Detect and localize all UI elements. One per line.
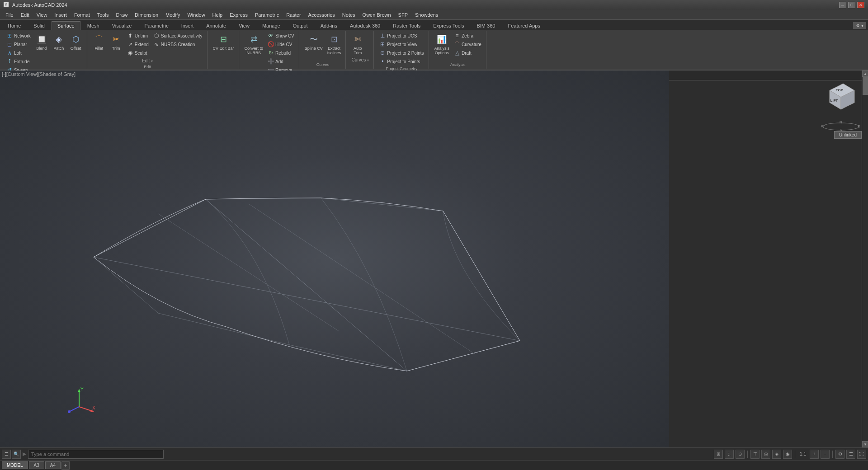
sculpt-button[interactable]: ◉ Sculpt [125, 49, 151, 57]
extrude-button[interactable]: ⤴ Extrude [5, 57, 33, 66]
scroll-down-button[interactable]: ▼ [862, 441, 868, 447]
command-search-button[interactable]: 🔍 [12, 450, 21, 459]
menu-window[interactable]: Window [184, 11, 208, 19]
layout-a3-tab[interactable]: A3 [29, 461, 44, 469]
menu-modify[interactable]: Modify [162, 11, 184, 19]
network-button[interactable]: ⊞ Network [5, 32, 33, 40]
layout-add-button[interactable]: + [61, 461, 70, 470]
unlinked-button[interactable]: Unlinked [834, 131, 862, 139]
auto-trim-button[interactable]: ✄ AutoTrim [349, 32, 366, 57]
right-scrollbar[interactable]: ▲ ▼ [862, 70, 868, 447]
patch-button[interactable]: ◈ Patch [51, 32, 67, 52]
menu-view[interactable]: View [33, 11, 51, 19]
minimize-button[interactable]: ─ [839, 2, 846, 8]
command-list-button[interactable]: ☰ [2, 450, 11, 459]
project-view-button[interactable]: ⊞ Project to View [377, 40, 425, 48]
menu-raster[interactable]: Raster [283, 11, 304, 19]
fillet-button[interactable]: ⌒ Fillet [91, 32, 107, 52]
tab-parametric[interactable]: Parametric [138, 21, 174, 30]
fullscreen-btn[interactable]: ⛶ [857, 450, 866, 459]
analysis-options-button[interactable]: 📊 AnalysisOptions [433, 32, 452, 57]
model-tab[interactable]: MODEL [2, 461, 28, 469]
project-points-button[interactable]: • Project to Points [377, 57, 425, 66]
tab-annotate[interactable]: Annotate [200, 21, 232, 30]
scroll-thumb[interactable] [863, 77, 868, 95]
project-2points-button[interactable]: ⊙ Project to 2 Points [377, 49, 425, 57]
zebra-button[interactable]: ≡ Zebra [452, 32, 483, 40]
convert-nurbs-button[interactable]: ⇄ Convert toNURBS [243, 32, 265, 57]
model-space-btn[interactable]: ⊞ [714, 450, 723, 459]
zoom-in-btn[interactable]: + [810, 450, 819, 459]
polar-btn[interactable]: ◎ [761, 450, 770, 459]
grid-btn[interactable]: :: [725, 450, 734, 459]
maximize-button[interactable]: □ [848, 2, 855, 8]
tab-featuredapps[interactable]: Featured Apps [502, 21, 546, 30]
ortho-btn[interactable]: ⊤ [750, 450, 760, 459]
cube-3d[interactable]: TOP LIFT [821, 77, 861, 118]
menu-file[interactable]: File [2, 11, 17, 19]
3d-osnap-btn[interactable]: ◉ [783, 450, 792, 459]
layout-a4-tab[interactable]: A4 [45, 461, 61, 469]
scroll-up-button[interactable]: ▲ [862, 70, 868, 77]
curves-dropdown[interactable]: Curves ▾ [350, 57, 371, 63]
tab-bim360[interactable]: BIM 360 [471, 21, 501, 30]
tab-mesh[interactable]: Mesh [81, 21, 105, 30]
settings-btn[interactable]: ⚙ [835, 450, 844, 459]
menu-dimension[interactable]: Dimension [131, 11, 162, 19]
viewport[interactable]: Y X [0, 70, 669, 447]
draft-button[interactable]: △ Draft [452, 49, 483, 57]
untrim-button[interactable]: ⬆ Untrim [125, 32, 151, 40]
view-cube[interactable]: TOP LIFT N W E S [818, 77, 863, 140]
tab-manage[interactable]: Manage [256, 21, 286, 30]
nurbs-creation-button[interactable]: ∿ NURBS Creation [151, 40, 204, 48]
surface-associativity-button[interactable]: ⬡ Surface Associativity [151, 32, 204, 40]
menu-express[interactable]: Express [226, 11, 251, 19]
menu-accessories[interactable]: Accessories [305, 11, 339, 19]
menu-tools[interactable]: Tools [94, 11, 113, 19]
rebuild-button[interactable]: ↻ Rebuild [266, 49, 296, 57]
show-cv-button[interactable]: 👁 Show CV [266, 32, 296, 40]
extend-button[interactable]: ↗ Extend [125, 40, 151, 48]
project-ucs-button[interactable]: ⊥ Project to UCS [377, 32, 425, 40]
tab-home[interactable]: Home [2, 21, 27, 30]
tab-visualize[interactable]: Visualize [106, 21, 138, 30]
cv-edit-bar-button[interactable]: ⊟ CV Edit Bar [211, 32, 236, 52]
add-button[interactable]: ➕ Add [266, 57, 296, 66]
tab-view[interactable]: View [233, 21, 255, 30]
menu-parametric[interactable]: Parametric [251, 11, 283, 19]
menu-draw[interactable]: Draw [112, 11, 131, 19]
scale-display[interactable]: 1:1 [798, 451, 808, 456]
scroll-track[interactable] [862, 77, 868, 441]
menu-insert[interactable]: Insert [51, 11, 71, 19]
close-button[interactable]: ✕ [857, 2, 864, 8]
tab-surface[interactable]: Surface [52, 21, 80, 30]
loft-button[interactable]: ∧ Loft [5, 49, 33, 57]
trim-button[interactable]: ✂ Trim [108, 32, 124, 52]
menu-edit[interactable]: Edit [17, 11, 33, 19]
tab-expresstools[interactable]: Express Tools [427, 21, 470, 30]
spline-cv-button[interactable]: 〜 Spline CV [303, 32, 325, 52]
tab-solid[interactable]: Solid [28, 21, 50, 30]
menu-format[interactable]: Format [71, 11, 94, 19]
extract-isolines-button[interactable]: ⊡ ExtractIsolines [326, 32, 343, 57]
menu-owen-brown[interactable]: Owen Brown [359, 11, 395, 19]
planar-button[interactable]: ◻ Planar [5, 40, 33, 48]
curvature-button[interactable]: ⌒ Curvature [452, 40, 483, 48]
hide-cv-button[interactable]: 🚫 Hide CV [266, 40, 296, 48]
snap-btn[interactable]: ⊙ [736, 450, 745, 459]
workspace-dropdown[interactable]: ⚙ ▾ [853, 22, 866, 29]
tab-output[interactable]: Output [287, 21, 314, 30]
command-input[interactable] [28, 450, 164, 459]
zoom-out-btn[interactable]: − [821, 450, 830, 459]
offset-button[interactable]: ⬡ Offset [68, 32, 84, 52]
osnap-btn[interactable]: ◈ [772, 450, 781, 459]
menu-sfp[interactable]: SFP [395, 11, 411, 19]
blend-button[interactable]: 🔲 Blend [33, 32, 50, 52]
tab-addins[interactable]: Add-ins [315, 21, 343, 30]
tab-rastertools[interactable]: Raster Tools [387, 21, 426, 30]
workspace-btn[interactable]: ☰ [846, 450, 855, 459]
menu-snowdens[interactable]: Snowdens [411, 11, 442, 19]
tab-autodesk360[interactable]: Autodesk 360 [344, 21, 386, 30]
edit-dropdown[interactable]: Edit ▾ [140, 58, 155, 64]
tab-insert[interactable]: Insert [175, 21, 200, 30]
